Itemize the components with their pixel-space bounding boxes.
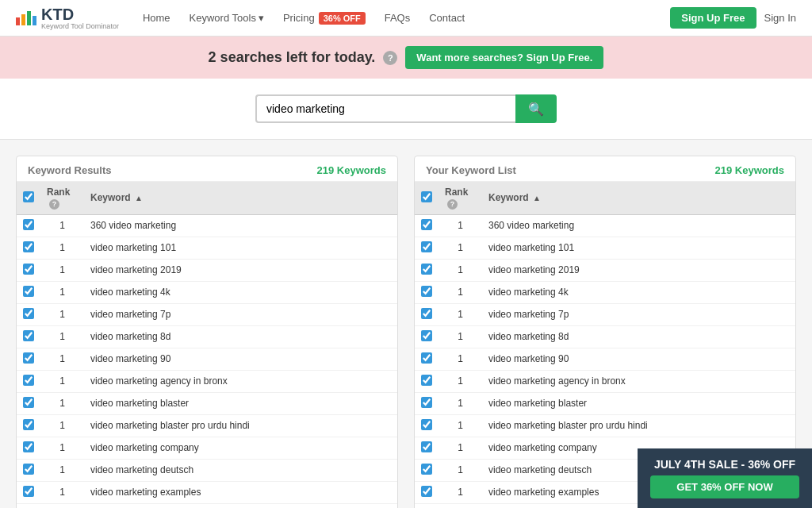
keyword-results-body: 1 360 video marketing 1 video marketing …: [17, 214, 397, 508]
rank-info-icon[interactable]: ?: [49, 199, 59, 210]
row-checkbox[interactable]: [421, 286, 432, 297]
table-row: 1 video marketing company: [17, 437, 397, 459]
row-rank: 1: [439, 214, 482, 237]
nav-faqs[interactable]: FAQs: [377, 9, 419, 27]
keyword-results-count: 219 Keywords: [317, 164, 386, 176]
brand-logo[interactable]: KTD Keyword Tool Dominator: [16, 6, 119, 30]
row-checkbox[interactable]: [23, 419, 34, 430]
search-input[interactable]: [255, 94, 515, 123]
row-checkbox[interactable]: [23, 486, 34, 497]
promo-cta-button[interactable]: GET 36% OFF NOW: [650, 475, 799, 498]
row-checkbox-cell[interactable]: [415, 348, 439, 370]
rank-info-icon-right[interactable]: ?: [447, 199, 458, 210]
row-checkbox-cell[interactable]: [415, 414, 439, 437]
row-checkbox-cell[interactable]: [415, 303, 439, 325]
row-checkbox-cell[interactable]: [415, 459, 439, 481]
row-rank: 1: [40, 481, 84, 503]
row-checkbox-cell[interactable]: [17, 214, 40, 237]
row-checkbox-cell[interactable]: [17, 237, 40, 259]
select-all-header-right[interactable]: [415, 182, 439, 214]
row-rank: 1: [40, 392, 84, 414]
row-checkbox-cell[interactable]: [17, 459, 40, 481]
row-checkbox[interactable]: [421, 330, 432, 341]
row-checkbox[interactable]: [23, 219, 34, 230]
nav-contact[interactable]: Contact: [421, 9, 473, 27]
search-container: 🔍: [255, 94, 557, 123]
row-checkbox[interactable]: [421, 419, 432, 430]
row-checkbox-cell[interactable]: [415, 325, 439, 348]
row-checkbox[interactable]: [23, 441, 34, 452]
row-checkbox[interactable]: [421, 241, 432, 252]
row-checkbox[interactable]: [23, 286, 34, 297]
row-rank: 1: [439, 437, 482, 459]
rank-header[interactable]: Rank ?: [40, 182, 84, 214]
row-checkbox[interactable]: [23, 241, 34, 252]
row-checkbox-cell[interactable]: [415, 392, 439, 414]
banner-signup-button[interactable]: Want more searches? Sign Up Free.: [405, 46, 603, 69]
row-checkbox-cell[interactable]: [415, 437, 439, 459]
row-checkbox[interactable]: [23, 308, 34, 319]
select-all-checkbox[interactable]: [23, 191, 34, 202]
row-checkbox[interactable]: [421, 375, 432, 386]
rank-header-right[interactable]: Rank ?: [439, 182, 482, 214]
row-checkbox-cell[interactable]: [17, 392, 40, 414]
select-all-checkbox-right[interactable]: [421, 191, 432, 202]
row-checkbox-cell[interactable]: [415, 237, 439, 259]
row-checkbox[interactable]: [421, 397, 432, 408]
row-checkbox[interactable]: [421, 464, 432, 475]
row-keyword: video marketing 90: [84, 348, 397, 370]
row-checkbox-cell[interactable]: [17, 348, 40, 370]
row-checkbox-cell[interactable]: [17, 303, 40, 325]
row-checkbox[interactable]: [23, 375, 34, 386]
row-checkbox[interactable]: [23, 397, 34, 408]
row-checkbox-cell[interactable]: [17, 414, 40, 437]
signup-button[interactable]: Sign Up Free: [670, 7, 756, 29]
info-icon[interactable]: ?: [383, 51, 397, 65]
row-checkbox-cell[interactable]: [415, 214, 439, 237]
table-row: 1 video marketing for real estate agents: [17, 503, 397, 508]
row-checkbox[interactable]: [23, 464, 34, 475]
nav-home[interactable]: Home: [135, 9, 178, 27]
select-all-header[interactable]: [17, 182, 40, 214]
row-checkbox[interactable]: [421, 308, 432, 319]
row-checkbox[interactable]: [23, 264, 34, 275]
row-checkbox[interactable]: [23, 352, 34, 364]
row-checkbox[interactable]: [421, 352, 432, 364]
row-checkbox-cell[interactable]: [17, 370, 40, 392]
row-rank: 1: [439, 303, 482, 325]
row-checkbox[interactable]: [421, 441, 432, 452]
search-button[interactable]: 🔍: [515, 94, 557, 123]
row-checkbox[interactable]: [421, 264, 432, 275]
row-checkbox-cell[interactable]: [415, 281, 439, 303]
nav-keyword-tools[interactable]: Keyword Tools ▾: [182, 9, 272, 27]
row-checkbox-cell[interactable]: [17, 325, 40, 348]
table-row: 1 video marketing 8d: [17, 325, 397, 348]
keyword-header-right[interactable]: Keyword ▲: [482, 182, 795, 214]
searches-left-text: 2 searches left for today.: [209, 49, 376, 66]
row-checkbox-cell[interactable]: [415, 370, 439, 392]
row-checkbox[interactable]: [421, 219, 432, 230]
keyword-results-panel: Keyword Results 219 Keywords Rank ? Keyw…: [16, 156, 398, 508]
row-checkbox-cell[interactable]: [17, 437, 40, 459]
row-checkbox-cell[interactable]: [415, 259, 439, 281]
row-checkbox[interactable]: [23, 330, 34, 341]
table-row: 1 video marketing blaster pro urdu hindi: [415, 414, 795, 437]
bar1: [16, 17, 20, 25]
row-keyword: video marketing 4k: [84, 281, 397, 303]
search-icon: 🔍: [528, 102, 544, 116]
row-rank: 1: [439, 259, 482, 281]
brand-subtext: Keyword Tool Dominator: [41, 22, 119, 30]
row-keyword: video marketing blaster pro urdu hindi: [482, 414, 795, 437]
bar4: [33, 16, 36, 25]
row-checkbox-cell[interactable]: [17, 281, 40, 303]
row-checkbox-cell[interactable]: [17, 481, 40, 503]
row-checkbox-cell[interactable]: [17, 259, 40, 281]
row-checkbox[interactable]: [421, 486, 432, 497]
table-row: 1 360 video marketing: [17, 214, 397, 237]
signin-button[interactable]: Sign In: [764, 12, 796, 24]
row-checkbox-cell[interactable]: [17, 503, 40, 508]
row-checkbox-cell[interactable]: [415, 481, 439, 503]
keyword-header[interactable]: Keyword ▲: [84, 182, 397, 214]
nav-pricing[interactable]: Pricing 36% OFF: [275, 9, 373, 28]
row-checkbox-cell[interactable]: [415, 503, 439, 508]
